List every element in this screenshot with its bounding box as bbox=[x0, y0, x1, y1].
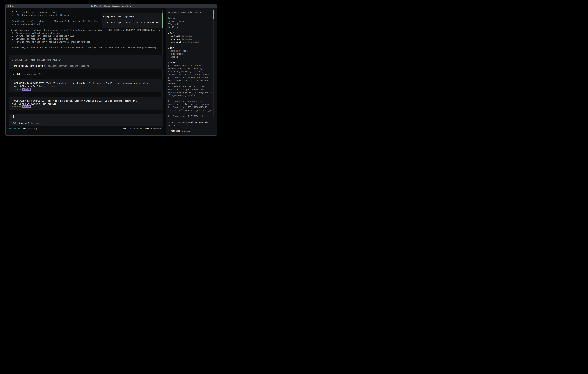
lsp-item: •eslint bbox=[168, 55, 217, 58]
input-model-name: Opus 4.5 bbox=[19, 122, 29, 125]
sidebar-scrollbar-track[interactable] bbox=[213, 10, 214, 117]
input-provider-name: Anthropic bbox=[31, 122, 42, 125]
agent-header: OmO · claude-opus-4-5 bbox=[12, 73, 42, 76]
agent-square-icon bbox=[12, 73, 14, 75]
status-dot-icon: • bbox=[168, 35, 169, 37]
message-line: task_id="bg_dcfac161" to get results. bbox=[12, 85, 163, 88]
chat-message-text: 3. File handles or streams not closed 4.… bbox=[12, 11, 99, 26]
todo-line: models bbox=[168, 82, 217, 85]
mcp-status: Connected bbox=[180, 35, 192, 37]
status-dot-icon: • bbox=[168, 53, 169, 55]
todo-line-active: lsp_workspace_symbols bbox=[168, 94, 217, 97]
input-footer: OmO Opus 4.5 Anthropic bbox=[13, 122, 42, 125]
oracle-task-title: Oracle Task "Deep architecture review" bbox=[15, 59, 61, 61]
prompt-input[interactable]: OmO Opus 4.5 Anthropic bbox=[9, 114, 163, 126]
agent-model: claude-opus-4-5 bbox=[24, 73, 42, 76]
todo-line: librarian, explore, frontend, bbox=[168, 70, 217, 73]
context-spent: $0.46 spent bbox=[168, 26, 217, 29]
chat-line: Search src/tools/, src/hooks/, src/featu… bbox=[12, 20, 99, 23]
lsp-item: •typescript bbox=[168, 52, 217, 55]
oracle-task-box: ◉ Oracle Task "Deep architecture review"… bbox=[9, 55, 163, 69]
status-badge: QUEUED bbox=[22, 105, 32, 108]
mcp-item: •grep_app Connected bbox=[168, 38, 217, 41]
activity-dots-icon bbox=[9, 128, 20, 129]
agent-name: OmO bbox=[17, 73, 20, 76]
chevron-down-icon: ▼ bbox=[168, 47, 169, 49]
todo-line-active: lsp_hover, lsp_goto_definition, bbox=[168, 88, 217, 91]
opencode-terminal-window: [OpenCode] Leveraging agents for tasks ◐… bbox=[6, 4, 217, 136]
message-author: yeongyu bbox=[12, 88, 21, 90]
lsp-section-header[interactable]: ▼LSP bbox=[168, 46, 217, 50]
message-line: [BACKGROUND TASK COMPLETED] Task "Find t… bbox=[12, 99, 163, 102]
background-task-message: [BACKGROUND TASK COMPLETED] Task "Resear… bbox=[9, 79, 163, 93]
chat-line: 3. File handles or streams not closed bbox=[12, 11, 99, 14]
todo-line-active: [ ] Demonstrate LSP TOOLS: Use bbox=[168, 85, 217, 88]
shortcut-keys: ctrl+x right, ctrl+x left bbox=[12, 65, 43, 67]
lsp-item: •markdown-oxide bbox=[168, 50, 217, 52]
moon-phase-icon: ◐ bbox=[130, 5, 131, 7]
status-bar: escinterrupt tabswitch agent ctrl+pcomma… bbox=[9, 127, 163, 130]
context-used: 33% used bbox=[168, 23, 217, 26]
todo-section-header[interactable]: ▼Todo bbox=[168, 61, 217, 64]
status-dot-icon: • bbox=[168, 130, 169, 132]
context-heading: Context bbox=[168, 17, 217, 20]
lsp-heading: LSP bbox=[170, 47, 174, 49]
todo-line-active: lsp_find_references, lsp_diagnostics, bbox=[168, 91, 217, 94]
mcp-heading: MCP bbox=[170, 32, 174, 34]
tab-key-hint: tab bbox=[123, 127, 126, 130]
todo-line: Run parallel tasks with different bbox=[168, 79, 217, 82]
ctrlp-key-label: commands bbox=[153, 127, 163, 130]
context-tokens: 66,518 tokens bbox=[168, 20, 217, 23]
chevron-down-icon: ▼ bbox=[168, 62, 169, 64]
mcp-item: •context7 Connected bbox=[168, 35, 217, 38]
tool-call-item: 2. String operations on potentially unde… bbox=[11, 34, 161, 37]
workspace-branch: master bbox=[168, 124, 217, 126]
ctrlp-key-hint: ctrl+p bbox=[144, 127, 152, 130]
input-agent-name: OmO bbox=[13, 122, 16, 125]
toast-title: Background Task Completed bbox=[103, 15, 134, 18]
todo-line: [ ] Demonstrate MULTIMODAL: Use bbox=[168, 115, 217, 118]
mcp-name: grep_app bbox=[170, 38, 180, 40]
chevron-down-icon: ▼ bbox=[168, 32, 169, 34]
tool-call-text: Search src/ directory. Return specific f… bbox=[11, 46, 161, 49]
window-controls bbox=[8, 4, 14, 8]
message-line: task_id="bg_6f59260c" to get results. bbox=[12, 102, 163, 105]
background-task-message: [BACKGROUND TASK COMPLETED] Task "Find t… bbox=[9, 97, 163, 110]
status-badge: QUEUED bbox=[22, 88, 32, 91]
zoom-window-button[interactable] bbox=[12, 6, 14, 7]
separator-dot: · bbox=[21, 73, 23, 76]
shortcut-hint: to navigate between subagent sessions bbox=[43, 65, 89, 67]
status-dot-icon: • bbox=[168, 41, 169, 43]
chat-scrollbar-top-segment bbox=[162, 10, 163, 13]
status-dot-icon: • bbox=[168, 50, 169, 52]
window-titlebar: [OpenCode] Leveraging agents for tasks ◐ bbox=[6, 4, 217, 8]
tool-call-item: 1. Array access without bounds checking bbox=[11, 31, 161, 35]
message-line: [BACKGROUND TASK COMPLETED] Task "Resear… bbox=[12, 82, 163, 85]
folder-icon bbox=[91, 5, 94, 7]
close-window-button[interactable] bbox=[8, 6, 9, 7]
app-version: •OpenCode 1.0.163 bbox=[168, 129, 217, 133]
background-task-toast: Background Task Completed Task "Find typ… bbox=[102, 13, 163, 28]
chat-line bbox=[12, 17, 99, 20]
chat-line: 4. LSP client connections not properly d… bbox=[12, 14, 99, 17]
sidebar-scrollbar-thumb[interactable] bbox=[213, 10, 214, 19]
message-author: yeongyu bbox=[12, 105, 21, 108]
window-title-text: [OpenCode] Leveraging agents for tasks bbox=[94, 5, 129, 7]
workspace-path: ~/local-workspaces/oh-my-opencode: bbox=[168, 121, 217, 124]
tab-key-label: switch agent bbox=[127, 127, 142, 130]
mcp-name: context7 bbox=[170, 35, 180, 37]
mcp-item: •websearch_exa Connected bbox=[168, 41, 217, 43]
session-sidebar: Leveraging agents for tasks Context 66,5… bbox=[166, 8, 217, 135]
tool-call-text: call_omo_agent [subagent_type=explore, p… bbox=[13, 29, 161, 31]
tool-call-item: 3. Division operations that could divide… bbox=[11, 37, 161, 41]
mcp-status: Connected bbox=[180, 38, 192, 40]
todo-line: Use context7, websearch_exa, grep_app bbox=[168, 109, 217, 112]
window-title: [OpenCode] Leveraging agents for tasks ◐ bbox=[6, 5, 217, 7]
todo-line: [ ] Demonstrate AST-GREP: Pattern bbox=[168, 100, 217, 103]
mcp-section-header[interactable]: ▼MCP bbox=[168, 32, 217, 35]
session-title: Leveraging agents for tasks bbox=[168, 11, 217, 14]
minimize-window-button[interactable] bbox=[10, 6, 11, 7]
tool-call-item: 4. Path operations that don't handle Win… bbox=[11, 40, 161, 43]
text-cursor bbox=[13, 115, 14, 118]
esc-key-hint: esc bbox=[23, 127, 26, 130]
